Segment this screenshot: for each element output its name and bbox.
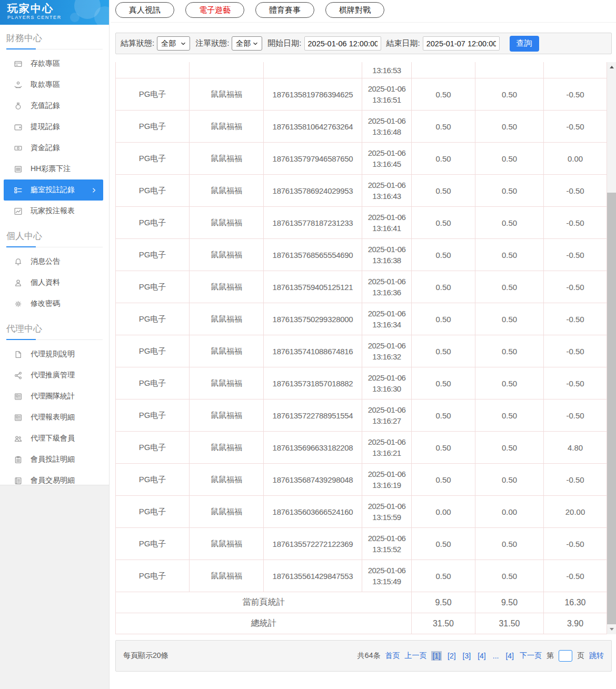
chevron-right-icon (91, 187, 97, 193)
bet-clock: 13:16:45 (363, 158, 410, 169)
bet-time-cell: 2025-01-0613:16:32 (362, 335, 412, 367)
valid-amount-cell: 0.50 (475, 367, 544, 400)
page-link-[4][interactable]: [4] (476, 651, 487, 661)
bet-time-cell: 13:16:53 (362, 62, 412, 78)
sidebar-item-label: 會員投註明細 (31, 455, 75, 464)
page-link-[3][interactable]: [3] (462, 651, 472, 661)
sidebar-item-消息公告[interactable]: 消息公告 (0, 251, 109, 272)
sidebar-item-代理報表明細[interactable]: 代理報表明細 (0, 407, 109, 428)
sidebar-item-label: 提現記錄 (31, 122, 60, 132)
prev-page-link[interactable]: 上一页 (404, 651, 426, 661)
sidebar-item-label: 充值記錄 (31, 101, 60, 111)
tab-separator (111, 22, 616, 23)
sidebar-item-label: 代理團隊統計 (31, 392, 75, 401)
report-icon (14, 413, 23, 422)
sidebar-item-存款專區[interactable]: 存款專區 (0, 53, 109, 74)
order-status-select[interactable]: 全部 (232, 36, 262, 51)
bet-amount-cell: 0.50 (412, 560, 475, 592)
result-amount-cell: -0.50 (544, 271, 607, 303)
game-name-cell: 鼠鼠福福 (190, 303, 264, 335)
bet-clock: 13:16:19 (363, 480, 410, 491)
chevron-down-icon (181, 41, 186, 46)
jump-prefix-label: 第 (547, 651, 554, 661)
tab-棋牌對戰[interactable]: 棋牌對戰 (325, 2, 384, 18)
summary-valid-cell: 31.50 (475, 613, 544, 634)
chart-icon (14, 207, 23, 216)
sidebar: 玩家中心 PLAYERS CENTER 財務中心存款專區取款專區充值記錄提現記錄… (0, 0, 110, 485)
sidebar-item-廳室投註記錄[interactable]: 廳室投註記錄 (4, 179, 103, 201)
sidebar-item-HH彩票下注[interactable]: HH彩票下注 (0, 158, 109, 179)
next-page-link[interactable]: 下一页 (520, 651, 542, 661)
bet-time-cell: 2025-01-0613:16:27 (362, 400, 412, 432)
sidebar-item-玩家投注報表[interactable]: 玩家投注報表 (0, 201, 109, 222)
page-link-[1][interactable]: [1] (431, 651, 442, 661)
table-row: PG电子鼠鼠福福18761358106427632642025-01-0613:… (116, 111, 607, 143)
sidebar-item-代理團隊統計[interactable]: 代理團隊統計 (0, 386, 109, 407)
bet-clock: 13:15:59 (363, 512, 410, 523)
query-button[interactable]: 查詢 (510, 36, 539, 52)
valid-amount-cell: 0.50 (475, 335, 544, 367)
valid-amount-cell: 0.50 (475, 239, 544, 271)
scroll-up-icon[interactable] (607, 63, 616, 72)
table-row: PG电子鼠鼠福福18761357227889515542025-01-0613:… (116, 400, 607, 432)
sidebar-item-修改密碼[interactable]: 修改密碼 (0, 293, 109, 314)
scroll-thumb[interactable] (607, 193, 616, 624)
order-no-cell: 1876135819786394625 (264, 78, 362, 111)
page-link-[2][interactable]: [2] (446, 651, 457, 661)
chevron-down-icon (253, 41, 258, 46)
order-no-cell: 1876135759405125121 (264, 271, 362, 303)
sidebar-item-充值記錄[interactable]: 充值記錄 (0, 95, 109, 116)
summary-bet-cell: 31.50 (412, 613, 475, 634)
tab-電子遊藝[interactable]: 電子遊藝 (185, 2, 244, 18)
sidebar-item-代理下級會員[interactable]: 代理下級會員 (0, 428, 109, 449)
bet-clock: 13:16:21 (363, 447, 410, 458)
result-amount-cell: -0.50 (544, 528, 607, 560)
table-row-partial: 13:16:53 (116, 62, 607, 78)
bet-time-cell: 2025-01-0613:16:36 (362, 271, 412, 303)
filter-panel: 結算狀態: 全部 注單狀態: 全部 開始日期: 結束日期: 查詢 (115, 33, 612, 54)
order-no-cell: 1876135722788951554 (264, 400, 362, 432)
table-row: PG电子鼠鼠福福18761355722721223692025-01-0613:… (116, 528, 607, 560)
provider-cell: PG电子 (116, 464, 190, 496)
settle-status-select[interactable]: 全部 (157, 36, 190, 51)
per-page-label: 每頁顯示20條 (123, 651, 168, 661)
page-link-...[interactable]: ... (492, 651, 500, 661)
tab-真人視訊[interactable]: 真人視訊 (115, 2, 174, 18)
bet-date: 2025-01-06 (363, 404, 410, 415)
sidebar-item-代理推廣管理[interactable]: 代理推廣管理 (0, 365, 109, 386)
sidebar-item-取款專區[interactable]: 取款專區 (0, 74, 109, 95)
order-status-label: 注單狀態: (195, 38, 229, 48)
jump-page-input[interactable] (559, 650, 572, 662)
end-date-label: 結束日期: (386, 38, 420, 48)
sidebar-item-label: 廳室投註記錄 (31, 185, 75, 195)
bet-date: 2025-01-06 (363, 212, 410, 223)
start-date-input[interactable] (304, 36, 381, 51)
game-name-cell: 鼠鼠福福 (190, 367, 264, 400)
sidebar-item-代理規則說明[interactable]: 代理規則說明 (0, 344, 109, 365)
jump-button[interactable]: 跳转 (589, 651, 604, 661)
vertical-scrollbar[interactable] (607, 62, 616, 634)
table-row: PG电子鼠鼠福福18761357594051251212025-01-0613:… (116, 271, 607, 303)
summary-valid-cell: 9.50 (475, 592, 544, 613)
scroll-down-icon[interactable] (607, 625, 616, 634)
org-list-icon (14, 186, 23, 195)
end-date-input[interactable] (423, 36, 500, 51)
sidebar-item-會員投註明細[interactable]: 會員投註明細 (0, 449, 109, 470)
provider-cell: PG电子 (116, 528, 190, 560)
sidebar-item-個人資料[interactable]: 個人資料 (0, 272, 109, 293)
sidebar-item-資金記錄[interactable]: 資金記錄 (0, 137, 109, 158)
order-no-cell: 1876135731857018882 (264, 367, 362, 400)
sidebar-item-提現記錄[interactable]: 提現記錄 (0, 116, 109, 137)
provider-cell: PG电子 (116, 111, 190, 143)
order-no-cell: 1876135603666524160 (264, 496, 362, 528)
provider-cell: PG电子 (116, 271, 190, 303)
page-link-[4][interactable]: [4] (504, 651, 515, 661)
table-row: PG电子鼠鼠福福18761357318570188822025-01-0613:… (116, 367, 607, 400)
bet-amount-cell: 0.50 (412, 111, 475, 143)
tab-體育賽事[interactable]: 體育賽事 (255, 2, 314, 18)
bet-clock: 13:16:30 (363, 383, 410, 394)
bet-date: 2025-01-06 (363, 147, 410, 158)
first-page-link[interactable]: 首页 (385, 651, 400, 661)
order-no-cell: 1876135572272122369 (264, 528, 362, 560)
valid-amount-cell: 0.50 (475, 432, 544, 464)
